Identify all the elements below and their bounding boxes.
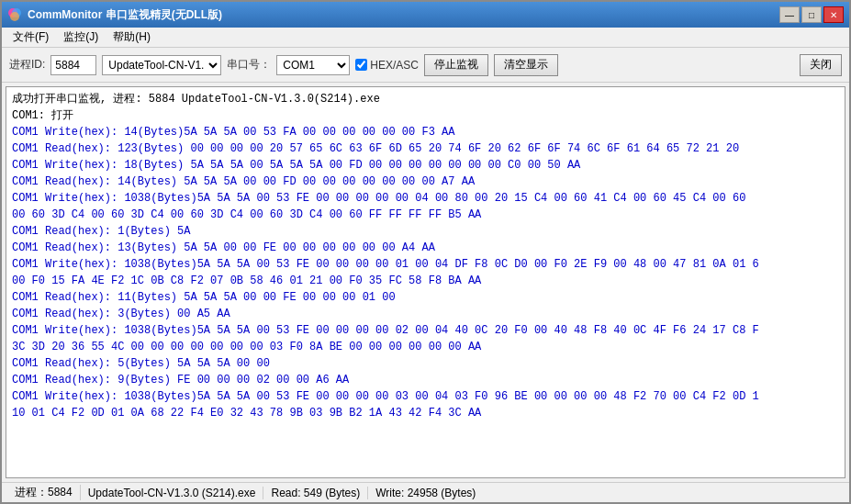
log-line: COM1 Write(hex): 1038(Bytes)5A 5A 5A 00 …: [12, 322, 839, 339]
menu-monitor[interactable]: 监控(J): [56, 28, 106, 47]
process-id-input[interactable]: [50, 55, 96, 75]
hex-asc-group: HEX/ASC: [355, 59, 419, 72]
log-line: COM1 Read(hex): 13(Bytes) 5A 5A 00 00 FE…: [12, 240, 839, 256]
app-icon: [7, 7, 22, 22]
status-process-name: UpdateTool-CN-V1.3.0 (S214).exe: [81, 487, 264, 499]
port-select[interactable]: COM1: [276, 55, 350, 75]
log-line: 成功打开串口监视, 进程: 5884 UpdateTool-CN-V1.3.0(…: [12, 91, 839, 107]
log-line: COM1 Write(hex): 14(Bytes)5A 5A 5A 00 53…: [12, 124, 839, 140]
log-line: COM1 Write(hex): 1038(Bytes)5A 5A 5A 00 …: [12, 256, 839, 273]
log-line: COM1 Read(hex): 5(Bytes) 5A 5A 5A 00 00: [12, 355, 839, 372]
menu-file[interactable]: 文件(F): [6, 28, 56, 47]
process-dropdown[interactable]: UpdateTool-CN-V1..: [102, 55, 221, 75]
log-line: COM1: 打开: [12, 107, 839, 124]
close-window-button[interactable]: ✕: [823, 6, 844, 23]
log-line: COM1 Read(hex): 9(Bytes) FE 00 00 00 02 …: [12, 372, 839, 388]
log-line: COM1 Read(hex): 14(Bytes) 5A 5A 5A 00 00…: [12, 174, 839, 190]
maximize-button[interactable]: □: [801, 6, 822, 23]
log-text-area[interactable]: 成功打开串口监视, 进程: 5884 UpdateTool-CN-V1.3.0(…: [6, 87, 845, 477]
log-line: COM1 Read(hex): 123(Bytes) 00 00 00 00 2…: [12, 140, 839, 157]
status-write: Write: 24958 (Bytes): [368, 487, 483, 499]
log-line: COM1 Read(hex): 3(Bytes) 00 A5 AA: [12, 306, 839, 322]
status-bar: 进程：5884 UpdateTool-CN-V1.3.0 (S214).exe …: [2, 482, 849, 502]
clear-display-button[interactable]: 清空显示: [494, 54, 558, 76]
process-id-label: 进程ID:: [9, 57, 45, 73]
window-title: CommMonitor 串口监视精灵(无DLL版): [28, 7, 779, 23]
main-window: CommMonitor 串口监视精灵(无DLL版) — □ ✕ 文件(F) 监控…: [0, 0, 851, 504]
window-controls: — □ ✕: [779, 6, 844, 23]
log-line: COM1 Write(hex): 1038(Bytes)5A 5A 5A 00 …: [12, 388, 839, 405]
menu-help[interactable]: 帮助(H): [106, 28, 158, 47]
log-container: 成功打开串口监视, 进程: 5884 UpdateTool-CN-V1.3.0(…: [6, 86, 845, 478]
status-read: Read: 549 (Bytes): [263, 487, 368, 499]
content-area: 成功打开串口监视, 进程: 5884 UpdateTool-CN-V1.3.0(…: [2, 83, 849, 482]
hex-asc-checkbox[interactable]: [355, 59, 367, 71]
status-process: 进程：5884: [7, 485, 81, 500]
log-line: 10 01 C4 F2 0D 01 0A 68 22 F4 E0 32 43 7…: [12, 405, 839, 421]
toolbar: 进程ID: UpdateTool-CN-V1.. 串口号： COM1 HEX/A…: [2, 48, 849, 83]
close-button[interactable]: 关闭: [800, 54, 842, 76]
port-label: 串口号：: [227, 57, 271, 73]
title-bar: CommMonitor 串口监视精灵(无DLL版) — □ ✕: [2, 2, 849, 28]
menu-bar: 文件(F) 监控(J) 帮助(H): [2, 28, 849, 48]
log-line: COM1 Write(hex): 1038(Bytes)5A 5A 5A 00 …: [12, 190, 839, 207]
svg-point-2: [10, 12, 19, 21]
log-line: COM1 Write(hex): 18(Bytes) 5A 5A 5A 00 5…: [12, 157, 839, 174]
log-line: 00 60 3D C4 00 60 3D C4 00 60 3D C4 00 6…: [12, 207, 839, 223]
stop-monitor-button[interactable]: 停止监视: [424, 54, 488, 76]
log-line: 00 F0 15 FA 4E F2 1C 0B C8 F2 07 0B 58 4…: [12, 273, 839, 289]
log-line: COM1 Read(hex): 11(Bytes) 5A 5A 5A 00 00…: [12, 289, 839, 306]
hex-asc-label: HEX/ASC: [370, 59, 419, 72]
minimize-button[interactable]: —: [779, 6, 800, 23]
log-line: COM1 Read(hex): 1(Bytes) 5A: [12, 223, 839, 240]
log-line: 3C 3D 20 36 55 4C 00 00 00 00 00 00 00 0…: [12, 339, 839, 355]
